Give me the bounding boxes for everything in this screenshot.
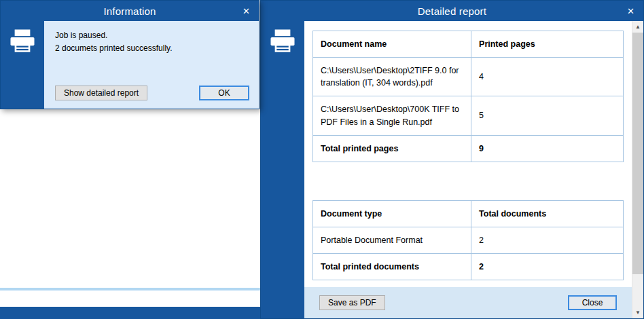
background-window-edge (0, 288, 260, 290)
information-titlebar[interactable]: Information ✕ (1, 1, 259, 21)
detailed-report-close-icon[interactable]: ✕ (627, 7, 634, 16)
column-header-printed-pages: Printed pages (471, 31, 624, 58)
document-count-cell: 2 (471, 227, 624, 253)
scroll-up-icon[interactable]: ▲ (632, 21, 643, 33)
table-row: C:\Users\User\Desktop\2TIFF 9.0 for tran… (313, 58, 624, 96)
printer-icon (268, 27, 297, 56)
information-dialog: Information ✕ Job is paused. (0, 0, 260, 109)
vertical-scrollbar[interactable]: ▲ ▼ (632, 21, 643, 318)
message-line-1: Job is paused. (55, 29, 249, 42)
column-header-document-name: Document name (313, 31, 471, 58)
document-name-cell: C:\Users\User\Desktop\2TIFF 9.0 for tran… (313, 58, 471, 96)
message-line-2: 2 documets printed successfully. (55, 42, 249, 55)
table-total-row: Total printed documents 2 (313, 254, 624, 280)
document-types-table: Document type Total documents Portable D… (312, 200, 624, 280)
show-detailed-report-button[interactable]: Show detailed report (55, 86, 147, 100)
detailed-report-dialog: Detailed report ✕ (260, 0, 644, 319)
total-documents-value: 2 (471, 254, 624, 280)
information-close-icon[interactable]: ✕ (243, 7, 250, 16)
table-row: C:\Users\User\Desktop\700K TIFF to PDF F… (313, 96, 624, 135)
document-type-cell: Portable Document Format (313, 227, 471, 253)
total-documents-label: Total printed documents (313, 254, 471, 280)
screen: Detailed report ✕ (0, 0, 644, 319)
table-header-row: Document type Total documents (313, 200, 624, 227)
info-content: Job is paused. 2 documets printed succes… (44, 21, 259, 109)
printer-icon (8, 27, 37, 56)
total-pages-label: Total printed pages (313, 135, 471, 162)
information-title: Information (103, 5, 156, 17)
table-row: Portable Document Format 2 (313, 227, 624, 253)
scroll-down-icon[interactable]: ▼ (632, 307, 643, 318)
table-total-row: Total printed pages 9 (313, 135, 624, 162)
printed-pages-cell: 5 (471, 96, 624, 135)
report-button-bar: Save as PDF Close (304, 287, 632, 318)
detailed-report-title: Detailed report (418, 5, 486, 17)
report-content: Document name Printed pages C:\Users\Use… (304, 21, 632, 318)
total-pages-value: 9 (471, 135, 624, 162)
background-window-bottom-bar (0, 307, 260, 319)
printed-pages-table: Document name Printed pages C:\Users\Use… (312, 31, 624, 162)
report-printer-panel (261, 21, 304, 318)
detailed-report-titlebar[interactable]: Detailed report ✕ (261, 1, 643, 21)
close-button[interactable]: Close (568, 295, 617, 310)
column-header-total-documents: Total documents (471, 200, 624, 227)
save-as-pdf-button[interactable]: Save as PDF (319, 295, 385, 310)
printed-pages-cell: 4 (471, 58, 624, 96)
tables-spacer (312, 162, 624, 200)
report-tables-area: Document name Printed pages C:\Users\Use… (304, 21, 632, 287)
info-printer-panel (1, 21, 44, 109)
table-header-row: Document name Printed pages (313, 31, 624, 58)
column-header-document-type: Document type (313, 200, 471, 227)
document-name-cell: C:\Users\User\Desktop\700K TIFF to PDF F… (313, 96, 471, 135)
ok-button[interactable]: OK (199, 86, 249, 100)
scrollbar-track[interactable] (632, 33, 643, 307)
scrollbar-thumb[interactable] (632, 33, 643, 274)
